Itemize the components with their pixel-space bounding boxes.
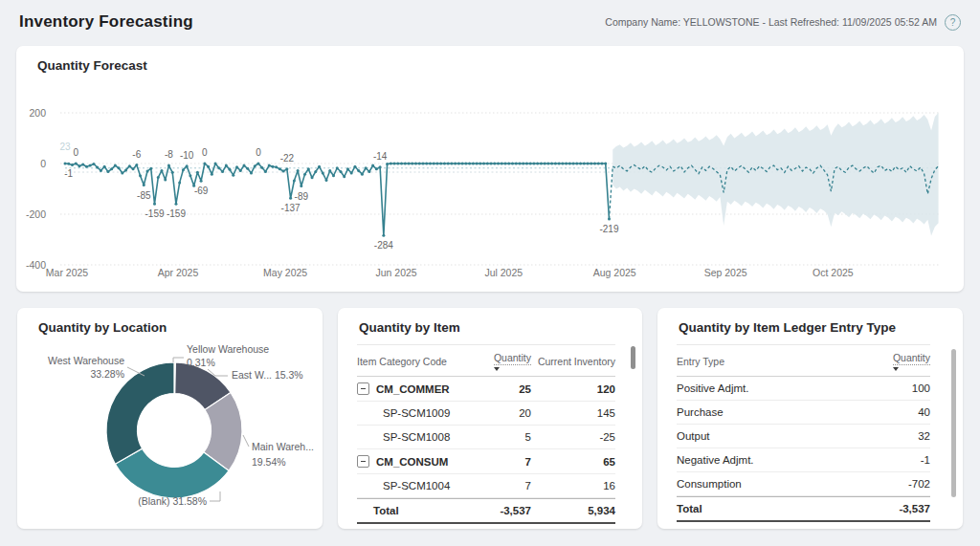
history-point[interactable] bbox=[289, 197, 292, 200]
column-header-entry-type[interactable]: Entry Type bbox=[677, 356, 863, 367]
column-header-sorted[interactable]: Quantity bbox=[494, 352, 531, 371]
history-point[interactable] bbox=[96, 165, 99, 168]
history-point[interactable] bbox=[311, 176, 314, 179]
history-point[interactable] bbox=[525, 163, 528, 165]
history-point[interactable] bbox=[422, 163, 425, 165]
column-header-sorted[interactable]: Quantity bbox=[893, 352, 930, 371]
history-point[interactable] bbox=[568, 163, 571, 165]
history-point[interactable] bbox=[404, 163, 407, 165]
history-point[interactable] bbox=[375, 167, 378, 170]
history-point[interactable] bbox=[468, 163, 471, 165]
history-point[interactable] bbox=[593, 163, 596, 165]
history-point[interactable] bbox=[200, 180, 203, 183]
history-point[interactable] bbox=[550, 163, 553, 165]
history-point[interactable] bbox=[314, 170, 317, 173]
history-point[interactable] bbox=[135, 164, 138, 166]
history-point[interactable] bbox=[435, 163, 438, 165]
table-row[interactable]: Positive Adjmt.100 bbox=[677, 377, 930, 401]
column-header-quantity[interactable]: Quantity bbox=[863, 352, 930, 371]
history-point[interactable] bbox=[386, 163, 389, 165]
history-point[interactable] bbox=[243, 164, 246, 167]
history-point[interactable] bbox=[439, 163, 442, 165]
history-point[interactable] bbox=[293, 180, 296, 183]
history-point[interactable] bbox=[565, 163, 568, 165]
history-point[interactable] bbox=[472, 163, 475, 165]
table-row[interactable]: SP-SCM10085-25 bbox=[357, 426, 615, 449]
history-point[interactable] bbox=[400, 163, 403, 165]
history-point[interactable] bbox=[532, 163, 535, 165]
forecast-chart[interactable]: 2000-200-400Mar 2025Apr 2025May 2025Jun … bbox=[16, 46, 964, 292]
history-point[interactable] bbox=[425, 163, 428, 165]
history-point[interactable] bbox=[229, 168, 232, 171]
history-point[interactable] bbox=[479, 163, 481, 165]
history-point[interactable] bbox=[128, 164, 131, 167]
table-row[interactable]: Negative Adjmt.-1 bbox=[677, 448, 930, 472]
history-point[interactable] bbox=[303, 173, 306, 176]
history-point[interactable] bbox=[490, 163, 493, 165]
history-point[interactable] bbox=[379, 165, 382, 168]
history-point[interactable] bbox=[275, 165, 278, 168]
history-point[interactable] bbox=[418, 163, 421, 165]
history-point[interactable] bbox=[522, 163, 524, 165]
history-point[interactable] bbox=[546, 163, 549, 165]
history-point[interactable] bbox=[196, 171, 199, 174]
history-point[interactable] bbox=[110, 167, 113, 170]
history-point[interactable] bbox=[167, 164, 170, 167]
item-table-scrollbar[interactable] bbox=[631, 346, 635, 369]
history-point[interactable] bbox=[300, 185, 302, 187]
history-point[interactable] bbox=[78, 164, 80, 167]
history-point[interactable] bbox=[497, 163, 500, 165]
history-point[interactable] bbox=[246, 167, 249, 170]
history-point[interactable] bbox=[350, 172, 353, 175]
history-point[interactable] bbox=[601, 163, 604, 165]
history-point[interactable] bbox=[447, 163, 450, 165]
donut-chart[interactable]: Yellow Warehouse0.31%East W... 15.3%Main… bbox=[17, 308, 323, 529]
history-point[interactable] bbox=[186, 164, 189, 167]
history-point[interactable] bbox=[189, 174, 191, 177]
history-point[interactable] bbox=[207, 165, 210, 168]
history-point[interactable] bbox=[164, 178, 167, 181]
history-point[interactable] bbox=[139, 174, 142, 177]
history-point[interactable] bbox=[132, 167, 135, 170]
history-point[interactable] bbox=[361, 173, 364, 176]
history-point[interactable] bbox=[346, 167, 349, 170]
history-point[interactable] bbox=[153, 203, 156, 206]
history-point[interactable] bbox=[106, 170, 109, 173]
history-point[interactable] bbox=[174, 203, 177, 206]
history-point[interactable] bbox=[454, 163, 457, 165]
history-point[interactable] bbox=[260, 166, 263, 169]
history-point[interactable] bbox=[604, 163, 607, 165]
ledger-table-scrollbar[interactable] bbox=[951, 349, 956, 497]
history-point[interactable] bbox=[572, 163, 575, 165]
history-point[interactable] bbox=[561, 163, 564, 165]
history-point[interactable] bbox=[393, 163, 396, 165]
history-point[interactable] bbox=[149, 167, 152, 170]
column-header-current-inventory[interactable]: Current Inventory bbox=[531, 356, 615, 367]
history-point[interactable] bbox=[146, 169, 149, 172]
history-point[interactable] bbox=[75, 163, 78, 165]
history-point[interactable] bbox=[178, 181, 181, 184]
table-row[interactable]: Consumption-702 bbox=[677, 472, 930, 496]
history-point[interactable] bbox=[353, 165, 356, 168]
history-point[interactable] bbox=[408, 163, 411, 165]
history-point[interactable] bbox=[325, 179, 328, 182]
history-point[interactable] bbox=[511, 163, 514, 165]
history-point[interactable] bbox=[256, 163, 259, 165]
history-point[interactable] bbox=[365, 166, 368, 169]
table-row[interactable]: SP-SCM100920145 bbox=[357, 402, 615, 426]
history-point[interactable] bbox=[318, 165, 321, 168]
history-point[interactable] bbox=[64, 163, 67, 165]
table-row[interactable]: CM_CONSUM765 bbox=[357, 449, 615, 474]
history-point[interactable] bbox=[390, 163, 392, 165]
history-point[interactable] bbox=[544, 163, 546, 165]
history-point[interactable] bbox=[268, 164, 271, 167]
history-point[interactable] bbox=[411, 163, 413, 165]
history-point[interactable] bbox=[285, 167, 288, 170]
history-point[interactable] bbox=[507, 163, 510, 165]
history-point[interactable] bbox=[461, 163, 464, 165]
history-point[interactable] bbox=[501, 163, 503, 165]
history-point[interactable] bbox=[67, 163, 70, 165]
history-point[interactable] bbox=[476, 163, 479, 165]
table-row[interactable]: Output32 bbox=[677, 425, 930, 448]
collapse-icon[interactable] bbox=[357, 382, 369, 395]
